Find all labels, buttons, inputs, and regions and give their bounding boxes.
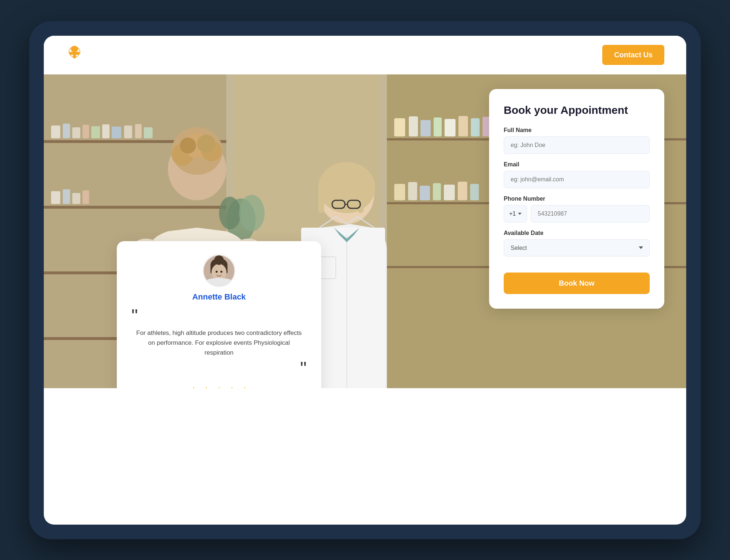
book-now-button[interactable]: Book Now [504,273,650,294]
svg-rect-28 [434,117,442,136]
svg-rect-19 [135,124,142,138]
quote-close-icon: " [131,359,307,378]
svg-rect-2 [69,52,80,55]
booking-title: Book your Appointment [504,104,650,117]
svg-rect-13 [72,127,80,138]
email-input[interactable] [504,171,650,188]
screen: Contact Us [44,36,686,525]
star-rating: ★ ★ ★ ★ ★ [131,384,307,388]
svg-rect-22 [63,189,70,204]
date-group: Available Date Select Monday Tuesday Wed… [504,230,650,256]
phone-code-selector[interactable]: +1 [504,205,527,223]
hero-section: Book your Appointment Full Name Email Ph… [44,74,686,388]
star-2: ★ [201,384,211,388]
svg-rect-8 [44,206,226,209]
svg-point-61 [197,135,215,153]
svg-rect-17 [112,127,121,138]
svg-rect-44 [394,184,405,200]
svg-rect-27 [420,120,431,136]
svg-rect-26 [409,116,418,136]
contact-button[interactable]: Contact Us [602,45,664,65]
svg-rect-29 [445,119,456,136]
reviewer-name: Annette Black [131,292,307,302]
svg-rect-15 [91,126,100,138]
star-1: ★ [189,384,199,388]
phone-group: Phone Number +1 [504,196,650,223]
svg-rect-31 [471,118,480,136]
svg-rect-45 [408,182,417,200]
review-text: For athletes, high altitude produces two… [131,328,307,358]
phone-input-group: +1 [504,205,650,223]
svg-rect-21 [51,191,60,204]
svg-rect-18 [124,125,132,138]
star-3: ★ [214,384,224,388]
email-group: Email [504,161,650,188]
svg-rect-23 [72,193,80,204]
svg-point-65 [318,162,375,213]
svg-rect-12 [63,124,70,138]
svg-rect-47 [433,183,441,200]
svg-rect-50 [470,184,479,200]
full-name-input[interactable] [504,136,650,154]
svg-point-80 [216,271,218,273]
date-select[interactable]: Select Monday Tuesday Wednesday [504,239,650,256]
testimonial-card: Annette Black " For athletes, high altit… [117,241,321,388]
full-name-label: Full Name [504,127,650,134]
chevron-down-icon [518,213,522,215]
svg-rect-24 [82,190,89,204]
date-label: Available Date [504,230,650,236]
svg-point-53 [239,195,265,231]
quote-open-icon: " [131,307,307,325]
tablet-frame: Contact Us [29,21,701,539]
svg-rect-48 [444,185,455,200]
svg-point-52 [219,197,241,229]
booking-card: Book your Appointment Full Name Email Ph… [489,89,664,309]
svg-point-60 [180,138,196,154]
star-4: ★ [227,384,237,388]
avatar-container [131,254,307,287]
svg-rect-16 [102,124,110,138]
svg-rect-14 [82,125,89,138]
star-5: ★ [240,384,250,388]
phone-label: Phone Number [504,196,650,202]
svg-point-81 [220,271,223,273]
svg-rect-46 [420,186,430,200]
avatar [203,254,235,287]
svg-rect-25 [394,118,405,136]
svg-rect-20 [144,127,153,138]
svg-rect-49 [458,182,467,200]
svg-point-79 [214,255,224,265]
phone-code-value: +1 [509,211,516,217]
svg-rect-11 [51,125,60,138]
full-name-group: Full Name [504,127,650,154]
email-label: Email [504,161,650,168]
phone-number-input[interactable] [531,205,650,223]
svg-rect-30 [458,116,468,136]
header: Contact Us [44,36,686,74]
svg-rect-66 [318,188,324,213]
logo-icon [66,45,83,66]
date-select-wrapper: Select Monday Tuesday Wednesday [504,239,650,256]
